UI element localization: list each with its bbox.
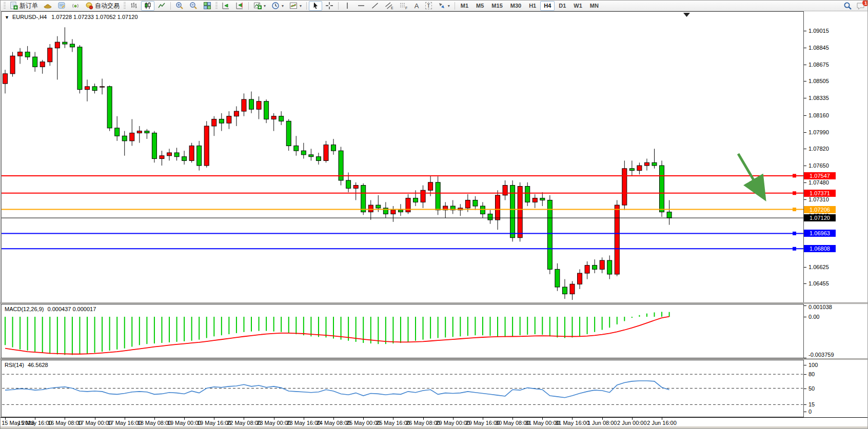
timeframe-group: M1M5M15M30H1H4D1W1MN (457, 1, 602, 11)
bull-candle (532, 198, 537, 202)
templates-button[interactable]: ▾ (287, 1, 304, 11)
date-axis[interactable]: 15 May 202315 May 16:0016 May 08:0017 Ma… (1, 417, 868, 426)
price-tick-label: 1.08160 (808, 112, 829, 118)
text-tool-button[interactable]: A (411, 1, 422, 11)
timeframe-w1-button[interactable]: W1 (570, 1, 586, 11)
trendline-tool-button[interactable] (368, 1, 382, 11)
macd-axis-tick (804, 305, 806, 306)
rsi-axis[interactable]: 1008050150 (804, 360, 868, 417)
rsi-axis-tick (804, 412, 806, 412)
bear-candle (660, 166, 664, 212)
macd-canvas[interactable] (1, 304, 804, 358)
zoom-out-button[interactable] (187, 1, 200, 11)
new-order-button[interactable]: 新订单 (7, 1, 41, 11)
bar-chart-icon (130, 2, 138, 10)
price-tick-label: 1.08675 (808, 62, 829, 68)
periods-button[interactable]: ▾ (269, 1, 286, 11)
toolbar-separator (170, 2, 171, 10)
horizontal-line-tool-button[interactable] (354, 1, 368, 11)
price-chart-canvas[interactable] (1, 11, 804, 303)
periods-clock-icon (271, 2, 280, 10)
fibonacci-icon: F (399, 2, 408, 10)
date-tick-label: 29 May 16:00 (466, 420, 500, 426)
search-icon[interactable] (843, 2, 852, 10)
indicators-button[interactable]: ▾ (251, 1, 268, 11)
timeframe-h1-button[interactable]: H1 (525, 1, 540, 11)
text-label-tool-button[interactable]: T (423, 1, 435, 11)
rsi-canvas[interactable] (1, 360, 804, 417)
chart-title-row: ▼ EURUSD-,H4 1.07228 1.07233 1.07052 1.0… (5, 14, 138, 20)
cursor-tool-button[interactable] (309, 1, 322, 11)
timeframe-m15-button[interactable]: M15 (488, 1, 506, 11)
level-anchor-marker[interactable] (793, 232, 796, 235)
rsi-tick-label: 0 (808, 408, 812, 415)
metaeditor-button[interactable] (55, 1, 68, 11)
cursor-icon (311, 2, 320, 10)
level-anchor-marker[interactable] (793, 208, 796, 211)
timeframe-d1-button[interactable]: D1 (555, 1, 569, 11)
bull-candle (242, 99, 246, 111)
level-anchor-marker[interactable] (793, 174, 796, 177)
date-tick-label: 18 May 08:00 (137, 420, 172, 426)
rsi-tick-label: 50 (808, 385, 815, 392)
price-axis-tick (804, 31, 806, 31)
date-tick-label: 17 May 00:00 (77, 420, 112, 426)
arrows-tool-button[interactable]: ▾ (435, 1, 452, 11)
community-button[interactable]: 1 (856, 2, 865, 10)
date-tick-label: 1 Jun 08:00 (587, 420, 617, 426)
autotrading-button[interactable]: 自动交易 (83, 1, 122, 11)
level-anchor-marker[interactable] (793, 191, 796, 195)
market-hat-icon (44, 2, 52, 10)
chart-shift-button[interactable] (233, 1, 246, 11)
channel-tool-button[interactable]: E (382, 1, 396, 11)
level-anchor-marker[interactable] (793, 247, 796, 251)
timeframe-m30-button[interactable]: M30 (507, 1, 525, 11)
bear-candle (667, 212, 672, 218)
bull-candle (55, 42, 60, 48)
auto-scroll-button[interactable] (219, 1, 232, 11)
rsi-value: 46.5628 (28, 362, 48, 368)
bull-candle (100, 87, 105, 87)
timeframe-m1-button[interactable]: M1 (457, 1, 472, 11)
market-button[interactable] (41, 1, 54, 11)
date-tick-label: 25 May 16:00 (376, 420, 410, 426)
price-tick-label: 1.07650 (808, 162, 829, 169)
price-level-label: 1.07371 (804, 190, 836, 197)
candlestick-mode-button[interactable] (141, 1, 154, 11)
tile-windows-button[interactable] (201, 1, 214, 11)
timeframe-mn-button[interactable]: MN (586, 1, 602, 11)
macd-axis[interactable]: 0.0010380.00-0.003759 (804, 304, 868, 358)
date-tick-label: 29 May 00:00 (436, 420, 470, 426)
vertical-line-icon (343, 2, 351, 10)
signals-button[interactable] (69, 1, 82, 11)
trendline-icon (371, 2, 379, 10)
zoom-in-button[interactable] (173, 1, 186, 11)
line-chart-mode-button[interactable] (155, 1, 168, 11)
timeframe-h4-button[interactable]: H4 (540, 1, 555, 11)
bear-candle (25, 52, 30, 57)
price-level-label: 1.06963 (804, 230, 836, 237)
timeframe-m5-button[interactable]: M5 (472, 1, 487, 11)
bear-candle (145, 131, 149, 133)
bear-candle (182, 157, 187, 161)
bull-candle (227, 116, 231, 123)
price-tick-label: 1.08505 (808, 78, 829, 84)
chevron-down-icon: ▾ (282, 4, 284, 8)
signals-icon (71, 2, 80, 10)
date-tick-label: 23 May 00:00 (257, 420, 291, 426)
crosshair-tool-button[interactable] (323, 1, 336, 11)
bull-candle (137, 131, 142, 133)
bull-candle (622, 169, 627, 205)
bear-candle (219, 119, 224, 123)
bull-candle (130, 133, 134, 140)
date-tick-label: 26 May 08:00 (406, 420, 440, 426)
bull-candle (503, 186, 507, 195)
vertical-line-tool-button[interactable] (341, 1, 354, 11)
date-tick-label: 31 May 00:00 (525, 420, 560, 426)
bear-candle (436, 182, 440, 210)
one-click-trading-expander[interactable]: ▼ (5, 15, 9, 20)
fibonacci-tool-button[interactable]: F (397, 1, 410, 11)
price-axis[interactable]: 1.090151.088451.086751.085051.083351.081… (804, 11, 868, 303)
bar-chart-mode-button[interactable] (127, 1, 141, 11)
bear-candle (525, 187, 530, 202)
